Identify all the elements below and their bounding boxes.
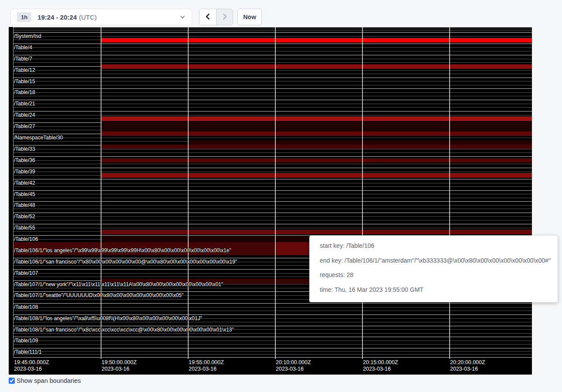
x-axis-time-label: 20:20:00.000Z [450, 359, 485, 366]
x-axis-date-label: 2023-03-16 [450, 366, 478, 372]
row-label: /System/tsd [14, 34, 41, 39]
heat-band[interactable] [102, 145, 532, 149]
time-gridline [188, 27, 189, 359]
span-boundary-subline [13, 62, 532, 63]
row-label: /Table/15 [14, 79, 35, 84]
span-boundary-line [13, 78, 532, 78]
span-boundary-subline [13, 138, 532, 138]
show-span-boundaries-checkbox[interactable] [9, 378, 15, 384]
show-span-boundaries-row: Show span boundaries [9, 377, 81, 384]
time-gridline [362, 27, 363, 359]
span-boundary-subline [13, 85, 532, 85]
span-boundary-subline [13, 47, 532, 48]
toolbar: 1h 19:24 - 20:24 (UTC) Now [0, 0, 562, 27]
key-visualizer-heatmap[interactable]: /System/tsd/Table/4/Table/7/Table/12/Tab… [9, 27, 532, 375]
x-axis-time-label: 19:45:00.000Z [14, 359, 49, 366]
row-label: /Table/106/1/"san francisco"/"\x80\x00\x… [14, 259, 237, 264]
x-axis-date-label: 2023-03-16 [102, 366, 129, 372]
row-label: /Table/18 [14, 90, 35, 95]
span-boundary-subline [13, 92, 532, 93]
prev-range-button[interactable] [200, 9, 216, 25]
span-boundary-line [13, 32, 532, 33]
tooltip-start-key: start key: /Table/106 [320, 239, 547, 253]
timezone-label: (UTC) [79, 14, 97, 21]
span-boundary-line [13, 88, 532, 89]
time-gridline [275, 27, 276, 359]
row-label: /Table/108/1/"san francisco"/"\x8c\xcc\x… [14, 327, 234, 332]
duration-badge: 1h [17, 12, 31, 22]
heat-band[interactable] [102, 132, 532, 136]
span-boundary-subline [13, 36, 532, 37]
row-label: /Table/12 [14, 68, 35, 73]
row-label: /Table/33 [14, 146, 35, 152]
span-boundary-line [13, 55, 532, 55]
row-label: /Table/108 [14, 304, 38, 310]
row-label: /Table/111/1 [14, 349, 42, 355]
span-boundary-subline [13, 209, 532, 209]
x-axis-time-label: 19:50:00.000Z [102, 359, 137, 366]
span-boundary-line [13, 224, 532, 224]
span-boundary-subline [13, 172, 532, 172]
heat-band[interactable] [102, 173, 532, 178]
now-button[interactable]: Now [237, 9, 262, 25]
span-boundary-subline [13, 354, 532, 355]
chevron-down-icon [179, 14, 186, 20]
x-axis-time-label: 20:10:00.000Z [276, 359, 311, 366]
next-range-button[interactable] [216, 9, 233, 25]
row-label: /Table/107 [14, 270, 38, 276]
x-axis-time-label: 20:15:00.000Z [363, 359, 398, 366]
span-boundary-subline [13, 311, 532, 311]
span-boundary-subline [13, 220, 532, 220]
span-boundary-line [13, 179, 532, 179]
heat-band[interactable] [102, 158, 532, 162]
heat-band[interactable] [102, 230, 532, 234]
row-label: /Table/107/1/"seattle"/"UUUUUUD\x00\x80\… [14, 293, 183, 298]
span-boundary-subline [13, 152, 532, 153]
tooltip-end-key: end key: /Table/106/1/"amsterdam"/"\xb33… [320, 253, 547, 268]
heat-band[interactable] [102, 122, 532, 132]
time-range-label: 19:24 - 20:24 [37, 14, 77, 21]
span-boundary-subline [13, 107, 532, 108]
chevron-left-icon [204, 13, 211, 21]
span-boundary-line [13, 201, 532, 202]
x-axis-date-label: 2023-03-16 [189, 366, 217, 372]
span-boundary-subline [13, 194, 532, 194]
heat-band[interactable] [102, 64, 532, 69]
row-label: /Table/7 [14, 56, 32, 61]
chevron-right-icon [221, 13, 228, 21]
span-boundary-subline [13, 307, 532, 308]
x-axis-date-label: 2023-03-16 [363, 366, 391, 372]
row-label: /Table/106/1/"los angeles"/"\x99\x99\x99… [14, 248, 231, 253]
row-label: /Table/27 [14, 124, 35, 129]
row-label: /Table/106 [14, 237, 38, 242]
heat-band[interactable] [102, 116, 532, 121]
row-label: /NamespaceTable/30 [14, 135, 63, 140]
span-boundary-subline [13, 51, 532, 51]
span-boundary-subline [13, 186, 532, 187]
span-boundary-subline [13, 96, 532, 96]
span-boundary-line [13, 44, 532, 44]
span-boundary-subline [13, 216, 532, 217]
span-boundary-line [13, 111, 532, 112]
time-range-select[interactable]: 1h 19:24 - 20:24 (UTC) [10, 9, 192, 25]
span-boundary-subline [13, 205, 532, 206]
tooltip-requests: requests: 28 [320, 268, 547, 283]
span-boundary-line [13, 303, 532, 304]
span-boundary-subline [13, 81, 532, 81]
span-boundary-subline [13, 74, 532, 74]
heat-band[interactable] [189, 140, 532, 145]
row-label: /Table/39 [14, 169, 35, 174]
span-boundary-line [13, 156, 532, 157]
span-boundary-line [13, 348, 532, 348]
span-boundary-subline [13, 228, 532, 228]
span-tooltip: start key: /Table/106 end key: /Table/10… [309, 236, 558, 302]
span-boundary-subline [13, 344, 532, 345]
row-label: /Table/109 [14, 338, 38, 343]
row-label: /Table/24 [14, 112, 35, 118]
heat-band[interactable] [102, 38, 532, 42]
span-boundary-subline [13, 115, 532, 115]
row-label: /Table/36 [14, 158, 35, 163]
span-boundary-subline [13, 333, 532, 334]
span-boundary-line [13, 27, 532, 27]
span-boundary-line [13, 213, 532, 213]
